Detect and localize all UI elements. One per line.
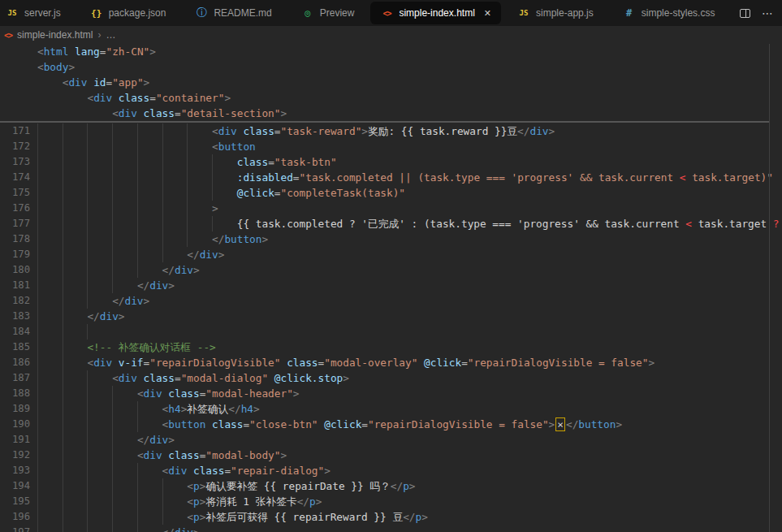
code-line[interactable]: 183</div> xyxy=(0,309,782,324)
tab-simple-styles.css[interactable]: #simple-styles.css xyxy=(608,0,730,26)
breadcrumb-item-more[interactable]: … xyxy=(106,29,115,41)
code-line[interactable]: 181</div> xyxy=(0,278,782,293)
tab-simple-index.html[interactable]: <>simple-index.html✕ xyxy=(370,2,501,24)
code-line[interactable]: 173class="task-btn" xyxy=(0,154,782,170)
code-line[interactable]: 184 xyxy=(0,324,782,340)
code-line[interactable]: 193<div class="repair-dialog"> xyxy=(0,463,782,478)
line-content: <h4>补签确认</h4> xyxy=(37,401,782,417)
breadcrumb-item-file[interactable]: simple-index.html xyxy=(17,29,93,41)
tab-server.js[interactable]: JSserver.js xyxy=(0,0,76,26)
code-line[interactable]: 179</div> xyxy=(0,247,782,262)
code-line[interactable]: 186<div v-if="repairDialogVisible" class… xyxy=(0,355,782,370)
line-number: 173 xyxy=(0,154,30,170)
line-number: 189 xyxy=(0,401,30,417)
code-token: div xyxy=(93,92,112,104)
code-token: 将消耗 1 张补签卡 xyxy=(205,495,296,508)
code-line[interactable]: 177{{ task.completed ? '已完成' : (task.typ… xyxy=(0,216,782,231)
code-line[interactable]: 187<div class="modal-dialog" @click.stop… xyxy=(0,370,782,386)
code-token: > xyxy=(280,449,287,461)
code-line[interactable]: 197</div> xyxy=(0,525,782,532)
code-token: :disabled xyxy=(237,171,293,184)
code-line[interactable]: 175@click="completeTask(task)" xyxy=(0,185,782,201)
code-token: </ xyxy=(137,434,149,446)
tab-package.json[interactable]: {}package.json xyxy=(76,0,181,26)
line-content: </div> xyxy=(37,262,782,278)
line-content: <html lang="zh-CN"> xyxy=(37,44,782,59)
code-line[interactable]: 190<button class="close-btn" @click="rep… xyxy=(0,417,782,432)
more-actions-icon[interactable]: ⋯ xyxy=(762,9,774,17)
code-line[interactable]: 185<!-- 补签确认对话框 --> xyxy=(0,340,782,355)
code-line[interactable]: 196<p>补签后可获得 {{ repairReward }} 豆</p> xyxy=(0,509,782,525)
code-token: button xyxy=(224,233,261,245)
line-content: > xyxy=(37,201,782,216)
sticky-line[interactable]: <div class="detail-section"> xyxy=(0,106,782,121)
line-number: 193 xyxy=(0,463,30,478)
code-line[interactable]: 180</div> xyxy=(0,262,782,278)
code-token xyxy=(87,76,93,89)
code-token: < xyxy=(187,480,193,492)
code-token: "modal-overlay" xyxy=(324,357,417,369)
code-token: </ xyxy=(187,249,199,261)
line-number: 196 xyxy=(0,509,30,525)
code-line[interactable]: 182</div> xyxy=(0,293,782,309)
js-file-icon: JS xyxy=(6,9,19,17)
code-line[interactable]: 189<h4>补签确认</h4> xyxy=(0,401,782,417)
line-number: 181 xyxy=(0,278,30,293)
code-token: class xyxy=(193,465,224,477)
code-token: = xyxy=(268,156,274,168)
code-token: = xyxy=(274,125,281,137)
code-token: div xyxy=(144,387,162,400)
line-content: </div> xyxy=(37,309,782,324)
code-token xyxy=(112,92,119,104)
line-content: {{ task.completed ? '已完成' : (task.type =… xyxy=(37,216,782,231)
sticky-line[interactable]: <body> xyxy=(0,59,782,75)
line-content: <div v-if="repairDialogVisible" class="m… xyxy=(37,355,782,370)
code-line[interactable]: 171<div class="task-reward">奖励: {{ task.… xyxy=(0,123,782,139)
code-line[interactable]: 191</div> xyxy=(0,432,782,448)
code-token: "detail-section" xyxy=(181,107,281,119)
code-token: > xyxy=(193,264,200,276)
code-token: task.target xyxy=(692,218,773,230)
tab-simple-app.js[interactable]: JSsimple-app.js xyxy=(503,0,608,26)
close-icon[interactable]: ✕ xyxy=(484,8,491,19)
code-token: class xyxy=(168,387,199,400)
code-token: task.target)" xyxy=(685,171,772,184)
code-token: = xyxy=(175,107,181,119)
split-editor-icon[interactable] xyxy=(740,9,750,18)
code-line[interactable]: 174:disabled="task.completed || (task.ty… xyxy=(0,170,782,185)
code-line[interactable]: 195<p>将消耗 1 张补签卡</p> xyxy=(0,494,782,509)
code-token: div xyxy=(125,295,144,307)
code-token: < xyxy=(112,372,119,384)
code-token: > xyxy=(549,125,555,137)
code-token: div xyxy=(119,372,137,384)
code-token xyxy=(112,357,119,369)
sticky-line[interactable]: <html lang="zh-CN"> xyxy=(0,44,782,59)
tab-Preview[interactable]: ◎Preview xyxy=(287,0,369,26)
line-number: 172 xyxy=(0,139,30,154)
code-line[interactable]: 188<div class="modal-header"> xyxy=(0,386,782,401)
code-line[interactable]: 192<div class="modal-body"> xyxy=(0,448,782,463)
code-line[interactable]: 172<button xyxy=(0,139,782,154)
code-token: div xyxy=(200,249,218,261)
code-line[interactable]: 176> xyxy=(0,201,782,216)
code-token: p xyxy=(193,511,200,523)
code-token: @click xyxy=(424,357,461,369)
code-token: class xyxy=(237,156,268,168)
tab-README.md[interactable]: ⓘREADME.md xyxy=(180,0,286,26)
code-line[interactable]: 194<p>确认要补签 {{ repairDate }} 吗？</p> xyxy=(0,478,782,494)
code-line[interactable]: 178</button> xyxy=(0,231,782,247)
code-token: < xyxy=(112,107,119,119)
line-content: <button class="close-btn" @click="repair… xyxy=(37,417,782,432)
line-content: <div class="modal-header"> xyxy=(37,386,782,401)
line-content: <div class="detail-section"> xyxy=(37,106,782,121)
line-content: <div class="modal-body"> xyxy=(37,448,782,463)
sticky-line[interactable]: <div class="container"> xyxy=(0,90,782,106)
line-number: 178 xyxy=(0,231,30,247)
code-token: > xyxy=(68,61,75,73)
code-token: = xyxy=(361,418,368,430)
code-token: div xyxy=(168,465,187,477)
code-token: </ xyxy=(566,418,578,430)
scrollbar-track[interactable] xyxy=(769,44,782,532)
code-token: < xyxy=(37,45,44,58)
sticky-line[interactable]: <div id="app"> xyxy=(0,75,782,90)
